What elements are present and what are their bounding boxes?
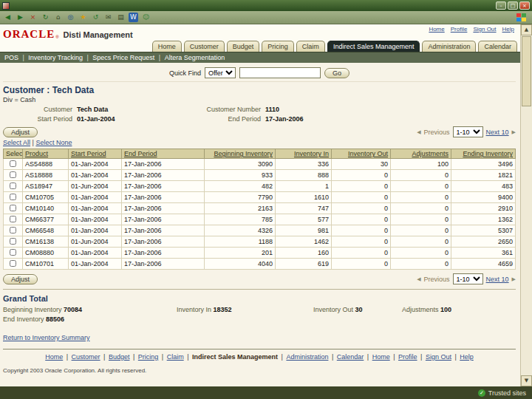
footer-link-claim[interactable]: Claim [167, 353, 184, 361]
tab-indirect-sales-management[interactable]: Indirect Sales Management [327, 41, 420, 52]
tab-budget[interactable]: Budget [227, 41, 260, 52]
row-select-checkbox[interactable] [10, 227, 16, 233]
scroll-up-button[interactable]: ▲ [521, 24, 532, 35]
row-select-checkbox[interactable] [10, 194, 16, 200]
footer-link-profile[interactable]: Profile [398, 353, 417, 361]
column-header-product[interactable]: Product [23, 149, 69, 159]
grand-total-title: Grand Total [3, 294, 516, 303]
subnav-item-pos[interactable]: POS [4, 54, 18, 61]
mail-icon[interactable]: ✉ [103, 13, 113, 22]
next-link[interactable]: Next 10 [486, 276, 509, 283]
scrollbar-thumb[interactable] [522, 36, 531, 106]
cell-adjustments: 0 [391, 225, 451, 236]
row-select-checkbox[interactable] [10, 249, 16, 256]
grand-total-row: Beginning Inventory 70084Inventory In 18… [3, 306, 516, 313]
go-button[interactable]: Go [324, 68, 349, 78]
footer-link-pricing[interactable]: Pricing [138, 353, 159, 361]
footer-link-calendar[interactable]: Calendar [337, 353, 364, 361]
scrollbar-track[interactable] [521, 107, 532, 375]
content: Quick Find Offer Go Customer : Tech Data… [0, 63, 520, 374]
grand-total-label: Inventory In [177, 306, 214, 313]
column-header-ending-inventory[interactable]: Ending Inventory [451, 149, 516, 159]
footer-link-help[interactable]: Help [460, 353, 474, 361]
global-link-profile[interactable]: Profile [451, 26, 468, 33]
adjust-button-bottom[interactable]: Adjust [3, 274, 38, 284]
return-to-inventory-summary-link[interactable]: Return to Inventory Summary [3, 334, 90, 341]
page-title: Customer : Tech Data [3, 85, 516, 95]
forward-icon[interactable]: ▶ [16, 13, 25, 22]
separator: | [392, 353, 397, 361]
scroll-down-button[interactable]: ▼ [521, 375, 532, 386]
row-select-checkbox[interactable] [10, 216, 16, 222]
history-icon[interactable]: ↺ [91, 13, 100, 22]
grand-total-item-adjustments: Adjustments 100 [402, 306, 451, 313]
select-all-link[interactable]: Select All [3, 139, 30, 146]
record-range-select[interactable]: 1-10 [453, 126, 483, 137]
tab-customer[interactable]: Customer [184, 41, 225, 52]
quick-find-category-select[interactable]: Offer [205, 67, 236, 78]
column-header-beginning-inventory[interactable]: Beginning Inventory [205, 149, 276, 159]
cell-select [4, 248, 23, 259]
record-range-select[interactable]: 1-10 [453, 273, 483, 284]
subnav-item-altera-segmentation[interactable]: Altera Segmentation [165, 54, 225, 61]
select-none-link[interactable]: Select None [35, 139, 72, 146]
global-link-sign-out[interactable]: Sign Out [473, 26, 496, 33]
row-select-checkbox[interactable] [10, 160, 16, 167]
footer-link-administration[interactable]: Administration [286, 353, 328, 361]
footer-link-customer[interactable]: Customer [72, 353, 100, 361]
stop-icon[interactable]: × [28, 13, 38, 22]
row-select-checkbox[interactable] [10, 260, 16, 267]
column-header-adjustments[interactable]: Adjustments [391, 149, 451, 159]
favorites-icon[interactable]: ★ [78, 13, 88, 22]
vertical-scrollbar[interactable]: ▲ ▼ [520, 24, 532, 386]
global-link-home[interactable]: Home [429, 26, 444, 33]
quick-find-input[interactable] [239, 67, 321, 78]
tab-claim[interactable]: Claim [296, 41, 325, 52]
maximize-button[interactable]: □ [508, 1, 518, 10]
cell-inventory-in: 1 [276, 181, 332, 192]
adjust-button-top[interactable]: Adjust [3, 127, 38, 137]
footer-link-sign-out[interactable]: Sign Out [426, 353, 451, 361]
column-header-inventory-in[interactable]: Inventory In [276, 149, 332, 159]
cell-adjustments: 0 [391, 214, 451, 225]
cell-end-period: 17-Jan-2006 [122, 203, 205, 214]
cell-start-period: 01-Jun-2004 [69, 236, 122, 248]
minimize-button[interactable]: – [496, 1, 506, 10]
column-header-end-period[interactable]: End Period [122, 149, 205, 159]
table-row: CM6637701-Jan-200417-Jan-200678557700136… [4, 214, 516, 225]
global-link-help[interactable]: Help [502, 26, 514, 33]
cell-adjustments: 0 [391, 192, 451, 203]
row-select-checkbox[interactable] [10, 183, 16, 189]
subnav-item-inventory-tracking[interactable]: Inventory Tracking [28, 54, 83, 61]
refresh-icon[interactable]: ↻ [41, 13, 50, 22]
row-select-checkbox[interactable] [10, 205, 16, 211]
tab-administration[interactable]: Administration [422, 41, 476, 52]
grand-total-section: Grand Total Beginning Inventory 70084Inv… [3, 289, 516, 323]
print-icon[interactable]: ▤ [116, 13, 126, 22]
close-button[interactable]: × [519, 1, 530, 10]
tab-pricing[interactable]: Pricing [262, 41, 294, 52]
tab-calendar[interactable]: Calendar [478, 41, 517, 52]
footer-link-budget[interactable]: Budget [109, 353, 130, 361]
back-icon[interactable]: ◀ [3, 13, 13, 22]
messenger-icon[interactable]: ☺ [141, 13, 151, 22]
next-link[interactable]: Next 10 [486, 129, 509, 136]
cell-product: AS18888 [23, 170, 69, 181]
tab-home[interactable]: Home [152, 41, 182, 52]
row-select-checkbox[interactable] [10, 238, 16, 245]
search-icon[interactable]: ◎ [66, 13, 75, 22]
cell-end-period: 17-Jan-2006 [122, 214, 205, 225]
column-header-inventory-out[interactable]: Inventory Out [332, 149, 391, 159]
browser-toolbar-icons: ◀▶×↻⌂◎★↺✉▤W☺ [3, 13, 151, 22]
column-header-start-period[interactable]: Start Period [69, 149, 122, 159]
footer-link-home[interactable]: Home [45, 353, 63, 361]
subnav-item-specs-price-request[interactable]: Specs Price Request [92, 54, 154, 61]
footer-link-home[interactable]: Home [372, 353, 390, 361]
edit-word-icon[interactable]: W [129, 13, 138, 22]
cell-ending-inventory: 4659 [451, 259, 516, 270]
grand-total-label: Beginning Inventory [3, 306, 64, 313]
home-icon[interactable]: ⌂ [53, 13, 63, 22]
row-select-checkbox[interactable] [10, 171, 16, 178]
footer-links: Home | Customer | Budget | Pricing | Cla… [3, 353, 516, 361]
table-row: CM1070101-Jan-200417-Jan-200640406190046… [4, 259, 516, 270]
